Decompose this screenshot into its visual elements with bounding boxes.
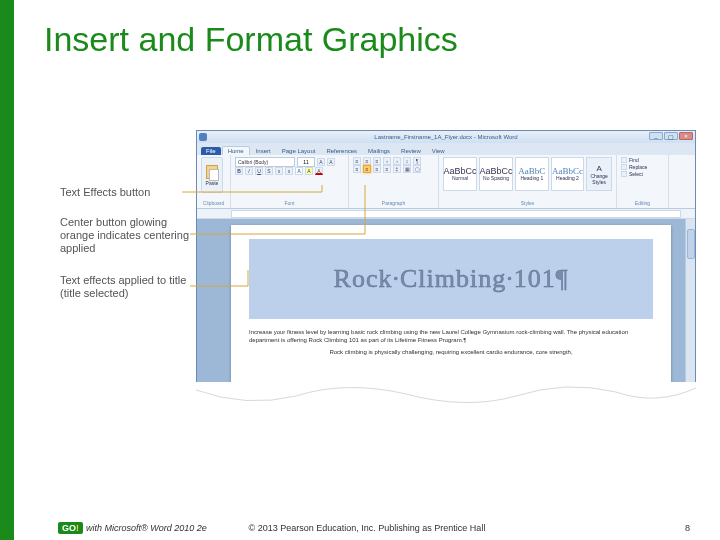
styles-group-label: Styles [443,200,612,206]
text-effects-button[interactable]: A [295,167,303,175]
slide: Insert and Format Graphics Lastname_Firs… [0,0,720,540]
shrink-font-button[interactable]: A [327,158,335,166]
italic-button[interactable]: I [245,167,253,175]
style-heading1[interactable]: AaBbCHeading 1 [515,157,549,191]
font-group-label: Font [235,200,344,206]
close-button[interactable]: × [679,132,693,140]
group-paragraph: ≡ ≡ ≡ ‹ › ↕ ¶ ≡ ≡ ≡ ≡ ‡ ▦ [349,155,439,208]
increase-indent-button[interactable]: › [393,157,401,165]
tab-home[interactable]: Home [222,146,250,155]
callout-text-effects: Text Effects button [60,186,182,199]
style-no-spacing[interactable]: AaBbCcNo Spacing [479,157,513,191]
justify-button[interactable]: ≡ [383,165,391,173]
paragraph-group-label: Paragraph [353,200,434,206]
paste-button[interactable]: Paste [201,157,223,193]
ruler [197,209,695,219]
borders-button[interactable]: ▢ [413,165,421,173]
change-styles-button[interactable]: A Change Styles [586,157,612,191]
horizontal-ruler[interactable] [231,210,681,218]
find-button[interactable]: Find [621,157,664,163]
tab-insert[interactable]: Insert [251,147,276,155]
underline-button[interactable]: U [255,167,263,175]
shading-button[interactable]: ▦ [403,165,411,173]
font-size-box[interactable]: 11 [297,157,315,167]
torn-edge [196,382,696,408]
tab-view[interactable]: View [427,147,450,155]
find-icon [621,157,627,163]
align-right-button[interactable]: ≡ [373,165,381,173]
tab-references[interactable]: References [321,147,362,155]
editing-group-label: Editing [621,200,664,206]
replace-icon [621,164,627,170]
group-font: Calibri (Body) 11 A A B I U S x x A A [231,155,349,208]
grow-font-button[interactable]: A [317,158,325,166]
tab-mailings[interactable]: Mailings [363,147,395,155]
align-left-button[interactable]: ≡ [353,165,361,173]
group-editing: Find Replace Select Editing [617,155,669,208]
font-name-box[interactable]: Calibri (Body) [235,157,295,167]
slide-title: Insert and Format Graphics [14,0,720,69]
clipboard-icon [206,165,218,179]
select-button[interactable]: Select [621,171,664,177]
tab-file[interactable]: File [201,147,221,155]
group-clipboard: Paste Clipboard [197,155,231,208]
numbering-button[interactable]: ≡ [363,157,371,165]
tab-page-layout[interactable]: Page Layout [277,147,321,155]
ribbon: Paste Clipboard Calibri (Body) 11 A A B … [197,155,695,209]
word-icon [199,133,207,141]
bold-button[interactable]: B [235,167,243,175]
font-color-button[interactable]: A [315,167,323,175]
multilevel-button[interactable]: ≡ [373,157,381,165]
scrollbar-thumb[interactable] [687,229,695,259]
decrease-indent-button[interactable]: ‹ [383,157,391,165]
figure: Lastname_Firstname_1A_Flyer.docx - Micro… [60,130,696,430]
footer-copyright: © 2013 Pearson Education, Inc. Publishin… [14,523,720,533]
line-spacing-button[interactable]: ‡ [393,165,401,173]
style-normal[interactable]: AaBbCcNormal [443,157,477,191]
highlight-button[interactable]: A [305,167,313,175]
titlebar-text: Lastname_Firstname_1A_Flyer.docx - Micro… [374,134,517,140]
vertical-scrollbar[interactable] [685,219,695,399]
strike-button[interactable]: S [265,167,273,175]
callout-center-button: Center button glowing orange indicates c… [60,216,190,256]
replace-button[interactable]: Replace [621,164,664,170]
body-text: Increase your fitness level by learning … [249,329,653,356]
bullets-button[interactable]: ≡ [353,157,361,165]
group-styles: AaBbCcNormal AaBbCcNo Spacing AaBbCHeadi… [439,155,617,208]
body-paragraph-1: Increase your fitness level by learning … [249,329,653,345]
clipboard-group-label: Clipboard [201,200,226,206]
style-heading2[interactable]: AaBbCcHeading 2 [551,157,585,191]
title-text: Rock·Climbing·101¶ [334,264,569,294]
title-textbox[interactable]: Rock·Climbing·101¶ [249,239,653,319]
minimize-button[interactable]: _ [649,132,663,140]
subscript-button[interactable]: x [275,167,283,175]
ribbon-tabs: File Home Insert Page Layout References … [197,143,695,155]
select-icon [621,171,627,177]
word-window: Lastname_Firstname_1A_Flyer.docx - Micro… [196,130,696,400]
callout-text-applied: Text effects applied to title (title sel… [60,274,190,300]
titlebar: Lastname_Firstname_1A_Flyer.docx - Micro… [197,131,695,143]
tab-review[interactable]: Review [396,147,426,155]
show-hide-button[interactable]: ¶ [413,157,421,165]
window-controls: _ ▢ × [649,132,693,140]
superscript-button[interactable]: x [285,167,293,175]
align-center-button[interactable]: ≡ [363,165,371,173]
maximize-button[interactable]: ▢ [664,132,678,140]
sort-button[interactable]: ↕ [403,157,411,165]
document-area: Rock·Climbing·101¶ Increase your fitness… [197,219,695,399]
footer-page-number: 8 [685,523,690,533]
quick-access-toolbar [199,133,207,141]
document-page[interactable]: Rock·Climbing·101¶ Increase your fitness… [231,225,671,400]
body-paragraph-2: Rock climbing is physically challenging,… [249,349,653,357]
